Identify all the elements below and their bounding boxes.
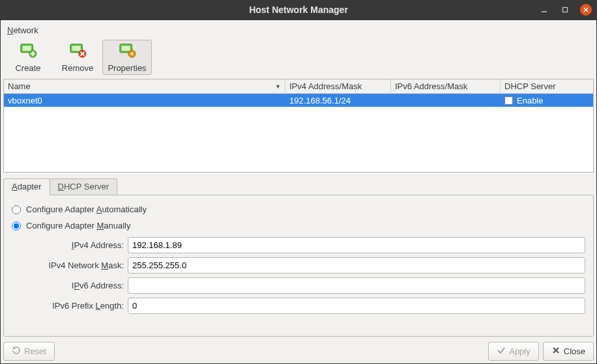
reset-button[interactable]: Reset bbox=[3, 342, 55, 361]
check-icon bbox=[497, 346, 506, 357]
close-icon bbox=[551, 346, 561, 357]
network-remove-icon bbox=[68, 42, 87, 61]
reset-icon bbox=[12, 346, 21, 357]
remove-label: Remove bbox=[62, 63, 93, 73]
configure-manual-radio-row[interactable]: Configure Adapter Manually bbox=[12, 221, 585, 231]
titlebar: Host Network Manager bbox=[0, 0, 597, 20]
menubar: Network bbox=[3, 23, 594, 37]
svg-rect-10 bbox=[72, 46, 81, 51]
configure-auto-radio[interactable] bbox=[12, 205, 21, 214]
close-label: Close bbox=[564, 346, 585, 356]
create-button[interactable]: Create bbox=[3, 40, 53, 75]
sort-desc-icon: ▼ bbox=[275, 83, 281, 90]
close-button[interactable]: Close bbox=[543, 342, 594, 361]
cell-dhcp: Enable bbox=[501, 94, 593, 107]
svg-line-24 bbox=[134, 51, 134, 52]
table-row[interactable]: vboxnet0 192.168.56.1/24 Enable bbox=[4, 94, 593, 107]
reset-label: Reset bbox=[24, 346, 46, 356]
create-label: Create bbox=[15, 63, 40, 73]
ipv4-mask-input[interactable] bbox=[128, 257, 585, 273]
ipv4-address-input[interactable] bbox=[128, 237, 585, 253]
minimize-button[interactable] bbox=[538, 4, 550, 16]
ipv6-address-input[interactable] bbox=[128, 277, 585, 294]
toolbar: Create Remove Properties bbox=[3, 38, 594, 77]
tabs: Adapter DHCP Server bbox=[3, 178, 594, 195]
close-window-button[interactable] bbox=[580, 4, 592, 16]
remove-button[interactable]: Remove bbox=[53, 40, 102, 75]
configure-auto-radio-row[interactable]: Configure Adapter Automatically bbox=[12, 204, 585, 214]
svg-line-25 bbox=[130, 55, 130, 56]
tab-dhcp-server[interactable]: DHCP Server bbox=[50, 178, 118, 195]
properties-label: Properties bbox=[108, 63, 146, 73]
cell-ipv4: 192.168.56.1/24 bbox=[285, 94, 391, 107]
svg-rect-5 bbox=[23, 46, 31, 51]
apply-button[interactable]: Apply bbox=[488, 342, 539, 361]
network-properties-icon bbox=[117, 42, 137, 61]
adapter-panel: Configure Adapter Automatically Configur… bbox=[3, 195, 594, 337]
ipv4-address-label: IPv4 Address: bbox=[13, 240, 124, 250]
column-dhcp[interactable]: DHCP Server bbox=[501, 79, 593, 93]
properties-button[interactable]: Properties bbox=[102, 40, 152, 75]
maximize-button[interactable] bbox=[559, 4, 571, 16]
svg-point-17 bbox=[131, 53, 134, 55]
ipv6-prefix-label: IPv6 Prefix Length: bbox=[13, 301, 124, 311]
column-ipv4[interactable]: IPv4 Address/Mask bbox=[285, 79, 391, 93]
ipv6-address-label: IPv6 Address: bbox=[13, 281, 124, 290]
svg-rect-15 bbox=[122, 46, 130, 51]
configure-auto-label: Configure Adapter Automatically bbox=[26, 204, 147, 214]
svg-rect-1 bbox=[563, 8, 568, 12]
svg-line-22 bbox=[130, 51, 130, 52]
ipv6-prefix-input[interactable] bbox=[128, 298, 585, 314]
apply-label: Apply bbox=[509, 346, 531, 356]
button-bar: Reset Apply Close bbox=[3, 338, 594, 361]
cell-name: vboxnet0 bbox=[4, 94, 285, 107]
svg-line-23 bbox=[134, 55, 134, 56]
configure-manual-label: Configure Adapter Manually bbox=[26, 221, 130, 231]
column-name[interactable]: Name▼ bbox=[4, 79, 285, 93]
networks-table: Name▼ IPv4 Address/Mask IPv6 Address/Mas… bbox=[3, 79, 594, 173]
window-title: Host Network Manager bbox=[0, 5, 597, 15]
ipv4-mask-label: IPv4 Network Mask: bbox=[13, 260, 124, 270]
configure-manual-radio[interactable] bbox=[12, 221, 21, 231]
network-add-icon bbox=[18, 42, 38, 61]
dhcp-enable-checkbox[interactable] bbox=[504, 96, 513, 105]
dhcp-enable-label: Enable bbox=[517, 96, 543, 105]
column-ipv6[interactable]: IPv6 Address/Mask bbox=[391, 79, 501, 93]
cell-ipv6 bbox=[391, 99, 501, 102]
menu-network[interactable]: Network bbox=[3, 24, 42, 36]
tab-adapter[interactable]: Adapter bbox=[3, 178, 50, 195]
